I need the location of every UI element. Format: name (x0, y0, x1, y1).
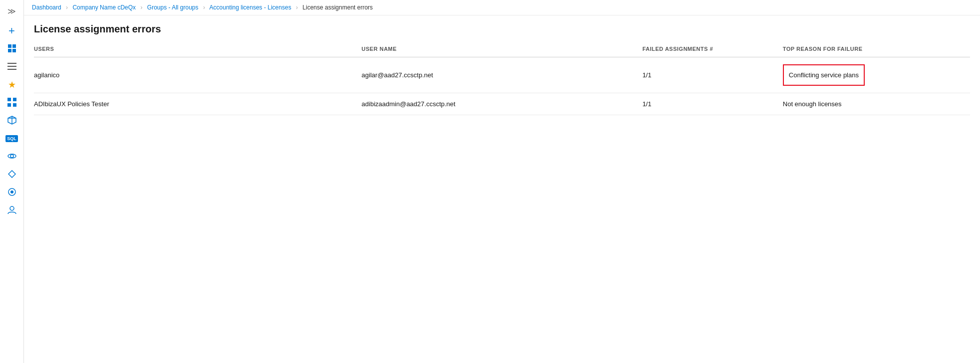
svg-rect-10 (13, 103, 16, 107)
breadcrumb-sep-4: › (296, 4, 298, 11)
table-container: USERS USER NAME FAILED ASSIGNMENTS # TOP… (24, 41, 980, 363)
cell-username: agilar@aad27.ccsctp.net (362, 57, 643, 93)
svg-rect-5 (7, 66, 16, 67)
user-icon (7, 205, 16, 216)
main-content: Dashboard › Company Name cDeQx › Groups … (24, 0, 980, 363)
sidebar-item-diamond[interactable] (4, 167, 20, 182)
sidebar-item-list[interactable] (4, 59, 20, 75)
table-header-row: USERS USER NAME FAILED ASSIGNMENTS # TOP… (34, 41, 970, 57)
monitor-icon (7, 187, 16, 198)
cell-failed-assignments: 1/1 (642, 93, 782, 115)
svg-point-14 (10, 155, 13, 158)
sidebar-toggle[interactable]: ≫ (4, 3, 20, 19)
breadcrumb-sep-1: › (66, 4, 68, 11)
breadcrumb-groups[interactable]: Groups - All groups (147, 4, 199, 11)
table-row[interactable]: ADIbizaUX Policies Testeradibizaadmin@aa… (34, 93, 970, 115)
sidebar-item-add[interactable]: + (4, 23, 20, 39)
highlighted-reason: Conflicting service plans (783, 64, 865, 86)
svg-point-18 (10, 190, 13, 193)
breadcrumb-company[interactable]: Company Name cDeQx (72, 4, 136, 11)
cell-reason: Not enough licenses (783, 93, 970, 115)
breadcrumb-licenses[interactable]: Accounting licenses - Licenses (210, 4, 291, 11)
svg-marker-16 (8, 171, 15, 178)
svg-rect-7 (7, 98, 11, 101)
col-header-username: USER NAME (362, 41, 643, 57)
svg-point-19 (10, 206, 14, 210)
breadcrumb: Dashboard › Company Name cDeQx › Groups … (24, 0, 980, 15)
package-icon (7, 116, 16, 126)
svg-rect-4 (7, 63, 16, 64)
assignment-errors-table: USERS USER NAME FAILED ASSIGNMENTS # TOP… (34, 41, 970, 115)
star-icon: ★ (8, 79, 16, 90)
page-header: License assignment errors (24, 15, 980, 41)
svg-rect-9 (7, 103, 11, 107)
sidebar-item-sql[interactable]: SQL (4, 131, 20, 147)
orbit-icon (7, 152, 16, 162)
cell-username: adibizaadmin@aad27.ccsctp.net (362, 93, 643, 115)
col-header-failed: FAILED ASSIGNMENTS # (642, 41, 782, 57)
col-header-users: USERS (34, 41, 362, 57)
sidebar-item-orbit[interactable] (4, 149, 20, 165)
diamond-icon (8, 170, 16, 180)
col-header-reason: TOP REASON FOR FAILURE (783, 41, 970, 57)
cell-failed-assignments: 1/1 (642, 57, 782, 93)
sidebar-item-package[interactable] (4, 113, 20, 129)
breadcrumb-dashboard[interactable]: Dashboard (32, 4, 61, 11)
svg-rect-2 (8, 49, 11, 52)
dashboard-icon (7, 44, 16, 54)
svg-rect-3 (12, 49, 16, 52)
sql-icon: SQL (5, 135, 18, 143)
sidebar-item-monitor[interactable] (4, 184, 20, 200)
list-icon (7, 63, 16, 71)
cell-users: agilanico (34, 57, 362, 93)
cell-reason: Conflicting service plans (783, 57, 970, 93)
add-icon: + (8, 25, 15, 36)
breadcrumb-sep-3: › (203, 4, 205, 11)
table-row[interactable]: agilanicoagilar@aad27.ccsctp.net1/1Confl… (34, 57, 970, 93)
apps-icon (7, 98, 16, 108)
breadcrumb-current: License assignment errors (302, 4, 373, 11)
page-title: License assignment errors (34, 23, 970, 35)
svg-rect-8 (13, 98, 16, 101)
svg-rect-0 (8, 44, 11, 48)
cell-users: ADIbizaUX Policies Tester (34, 93, 362, 115)
table-body: agilanicoagilar@aad27.ccsctp.net1/1Confl… (34, 57, 970, 115)
sidebar-item-dashboard[interactable] (4, 41, 20, 57)
svg-rect-6 (7, 69, 16, 70)
sidebar: ≫ + ★ SQL (0, 0, 24, 363)
svg-rect-1 (12, 44, 16, 48)
sidebar-item-favorites[interactable]: ★ (4, 77, 20, 93)
sidebar-item-user[interactable] (4, 202, 20, 218)
collapse-icon: ≫ (7, 6, 16, 16)
sidebar-item-apps[interactable] (4, 95, 20, 111)
breadcrumb-sep-2: › (140, 4, 142, 11)
